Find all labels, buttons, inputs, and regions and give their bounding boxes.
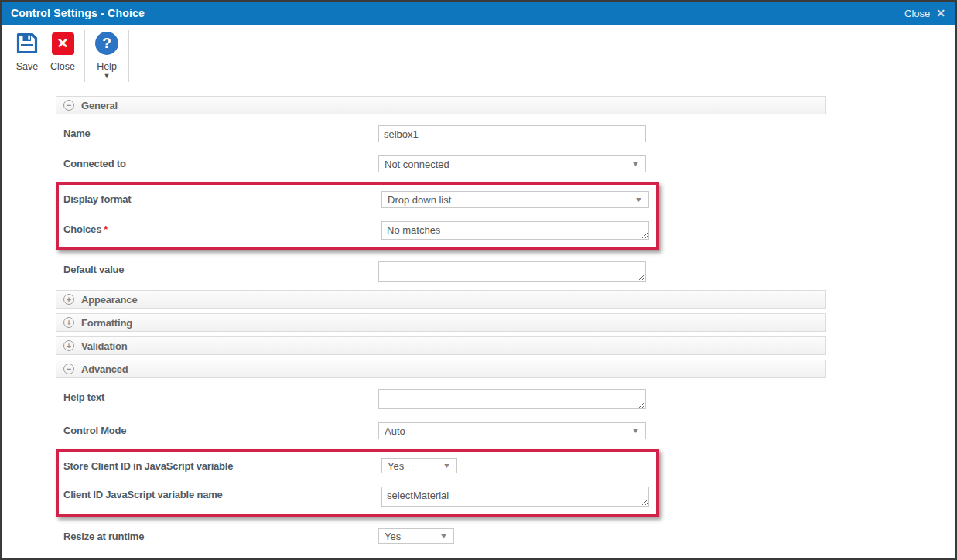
dialog-title: Control Settings - Choice (11, 7, 145, 19)
control-settings-dialog: Control Settings - Choice Close ✕ Save ✕… (0, 0, 957, 560)
help-text-label: Help text (63, 389, 378, 403)
choices-label: Choices* (63, 221, 381, 235)
help-button[interactable]: ? Help ▼ (89, 29, 125, 87)
display-format-row: Display format Drop down list ▼ (59, 185, 656, 215)
default-value-row: Default value (56, 255, 955, 289)
section-title: Appearance (81, 294, 137, 306)
chevron-down-icon: ▼ (634, 196, 643, 203)
default-value-textarea[interactable] (378, 261, 646, 282)
section-title: Validation (81, 340, 127, 352)
control-mode-select[interactable]: Auto ▼ (378, 422, 646, 439)
name-row: Name (56, 119, 955, 149)
highlight-annotation-client-id: Store Client ID in JavaScript variable Y… (56, 449, 659, 517)
help-dropdown-caret-icon: ▼ (104, 73, 111, 78)
connected-to-value: Not connected (385, 159, 449, 170)
name-input[interactable] (378, 125, 646, 142)
choices-textarea[interactable]: No matches (381, 221, 649, 240)
chevron-down-icon: ▼ (631, 427, 640, 435)
highlight-annotation-display-choices: Display format Drop down list ▼ Choices*… (56, 182, 659, 250)
name-label: Name (63, 125, 378, 139)
choices-row: Choices* No matches (59, 215, 656, 247)
resize-runtime-value: Yes (385, 531, 401, 542)
settings-form: − General Name Connected to Not connecte… (2, 87, 955, 551)
collapse-icon: − (63, 364, 74, 374)
toolbar-close-label: Close (50, 61, 75, 72)
store-client-id-select[interactable]: Yes ▼ (381, 458, 457, 473)
save-button[interactable]: Save (9, 29, 45, 87)
chevron-down-icon: ▼ (443, 462, 451, 470)
required-asterisk: * (104, 224, 108, 235)
resize-runtime-select[interactable]: Yes ▼ (378, 528, 454, 544)
client-id-var-label: Client ID JavaScript variable name (63, 487, 381, 500)
expand-icon: + (63, 317, 74, 328)
save-floppy-icon (15, 31, 39, 56)
toolbar: Save ✕ Close ? Help ▼ (2, 25, 955, 87)
section-header-advanced[interactable]: − Advanced (56, 360, 826, 378)
resize-runtime-row: Resize at runtime Yes ▼ (56, 522, 955, 551)
chevron-down-icon: ▼ (631, 160, 640, 168)
help-button-label: Help (97, 61, 117, 72)
help-text-textarea[interactable] (378, 389, 646, 409)
default-value-label: Default value (63, 261, 378, 275)
resize-runtime-label: Resize at runtime (63, 528, 378, 542)
save-button-label: Save (16, 61, 39, 72)
connected-to-label: Connected to (63, 155, 378, 169)
title-bar: Control Settings - Choice Close ✕ (2, 2, 955, 25)
section-header-appearance[interactable]: + Appearance (56, 290, 826, 309)
toolbar-separator (128, 30, 129, 82)
titlebar-close-label: Close (904, 8, 930, 19)
section-title: Advanced (81, 364, 128, 375)
control-mode-label: Control Mode (63, 422, 378, 436)
help-question-icon: ? (94, 31, 119, 56)
section-title: General (81, 100, 118, 111)
close-icon: ✕ (936, 7, 945, 19)
connected-to-row: Connected to Not connected ▼ (56, 149, 955, 179)
store-client-id-row: Store Client ID in JavaScript variable Y… (59, 452, 656, 480)
display-format-value: Drop down list (388, 194, 451, 206)
chevron-down-icon: ▼ (439, 532, 448, 540)
collapse-icon: − (63, 100, 74, 111)
section-header-general[interactable]: − General (56, 96, 826, 114)
store-client-id-label: Store Client ID in JavaScript variable (63, 458, 381, 472)
toolbar-separator (84, 30, 85, 82)
help-text-row: Help text (56, 383, 955, 416)
connected-to-select[interactable]: Not connected ▼ (378, 155, 646, 172)
control-mode-row: Control Mode Auto ▼ (56, 416, 955, 446)
expand-icon: + (63, 340, 74, 351)
titlebar-close-button[interactable]: Close ✕ (904, 7, 945, 19)
expand-icon: + (63, 294, 74, 305)
toolbar-close-button[interactable]: ✕ Close (45, 29, 80, 87)
display-format-label: Display format (63, 191, 381, 205)
section-header-formatting[interactable]: + Formatting (56, 313, 826, 332)
section-header-validation[interactable]: + Validation (56, 336, 826, 355)
section-title: Formatting (81, 317, 132, 329)
store-client-id-value: Yes (388, 460, 404, 472)
client-id-var-row: Client ID JavaScript variable name selec… (59, 480, 656, 514)
control-mode-value: Auto (385, 425, 405, 437)
client-id-var-textarea[interactable]: selectMaterial (381, 487, 649, 507)
close-x-icon: ✕ (50, 31, 75, 56)
display-format-select[interactable]: Drop down list ▼ (381, 191, 649, 208)
